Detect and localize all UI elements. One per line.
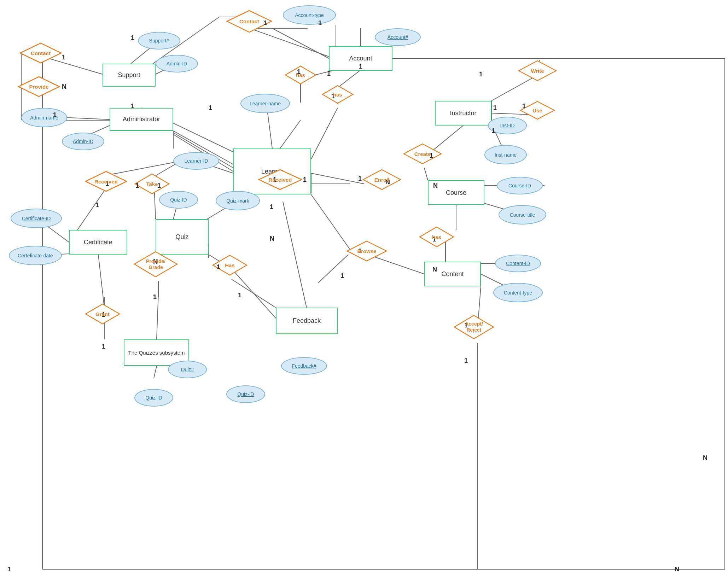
rel-contact-left: Contact [19, 42, 62, 64]
entity-quiz: Quiz [156, 219, 209, 255]
attr-learner-id: Learner-ID [173, 152, 219, 170]
card-24: 1 [95, 202, 99, 209]
card-n2: N [675, 566, 679, 573]
card-7: 1 [131, 103, 134, 110]
svg-line-80 [154, 366, 157, 378]
card-1: 1 [263, 19, 267, 27]
rel-received-right: Received [258, 169, 302, 190]
rel-has-course: has [419, 226, 454, 247]
card-18: N [433, 182, 438, 190]
rel-write: Write [518, 60, 557, 81]
attr-content-id: Content-ID [495, 255, 541, 272]
attr-feedback-hash: Feedback# [281, 357, 327, 375]
card-16: 1 [491, 127, 495, 135]
svg-line-41 [424, 168, 428, 180]
rel-enroll: Enroll [362, 169, 401, 190]
card-22: 1 [135, 182, 139, 190]
card-32: 1 [340, 272, 344, 280]
rel-take: Take [134, 173, 170, 194]
rel-accept-reject: Accept/ Reject [454, 315, 494, 339]
attr-admin-name: Admin-name [21, 108, 67, 127]
attr-account-hash: Account# [375, 28, 421, 46]
attr-support-hash: Support# [138, 32, 180, 49]
svg-line-45 [311, 173, 364, 184]
entity-support: Support [103, 64, 156, 87]
card-38: 1 [102, 343, 105, 350]
attr-course-title: Course-title [499, 205, 546, 225]
rel-browse: Browse [346, 240, 387, 262]
attr-content-type: Content-type [493, 283, 543, 302]
card-4: 1 [62, 54, 65, 61]
attr-quiz-mark: Quiz-mark [216, 191, 260, 210]
card-n1: N [703, 454, 707, 462]
svg-line-8 [272, 28, 329, 58]
entity-content: Content [424, 262, 481, 286]
card-27: 1 [270, 203, 273, 211]
svg-line-77 [98, 255, 104, 308]
rel-provide-grade: Provide/ Grade [134, 251, 178, 278]
rel-grant: Grant [85, 303, 120, 325]
attr-learner-name: Learner-name [240, 94, 290, 113]
attr-certificate-date: Certeficate-date [9, 246, 62, 265]
rel-received-left: Received [85, 171, 127, 192]
card-36: 1 [238, 292, 241, 299]
attr-quiz-id-sub: Quiz-ID [134, 389, 173, 407]
svg-line-26 [311, 108, 338, 159]
card-15: 1 [522, 103, 526, 110]
card-1-bottom: 1 [8, 566, 11, 573]
card-35: 1 [217, 263, 220, 271]
entity-feedback: Feedback [276, 308, 338, 334]
svg-line-63 [283, 202, 307, 308]
attr-certificate-id: Certificate-ID [11, 209, 62, 228]
attr-account-type: Account-type [283, 5, 336, 25]
er-diagram: Account Support Administrator Learner In… [0, 0, 728, 577]
card-12: 1 [359, 63, 362, 70]
card-26: 1 [303, 176, 307, 183]
card-30: N [432, 266, 437, 273]
rel-provide: Provide [18, 76, 60, 97]
entity-administrator: Administrator [110, 108, 173, 131]
attr-quiz-id-sub2: Quiz-ID [226, 385, 265, 403]
card-8: 1 [209, 104, 212, 112]
entity-certificate: Certificate [69, 230, 127, 255]
card-13: 1 [479, 71, 483, 78]
svg-line-78 [157, 293, 158, 339]
attr-admin-id-support: Admin-ID [156, 55, 198, 72]
card-14: 1 [493, 104, 497, 112]
rel-has2: has [322, 85, 354, 104]
rel-create: Create [403, 143, 442, 164]
attr-admin-id: Admin-ID [62, 133, 104, 150]
attr-quiz-hash: Quiz# [168, 361, 207, 378]
entity-instructor: Instructor [435, 101, 491, 126]
card-28: N [270, 235, 274, 243]
card-2: 1 [318, 19, 322, 27]
card-6: 1 [53, 111, 57, 119]
card-20: 1 [358, 175, 362, 182]
attr-inst-name: Inst-name [484, 145, 527, 164]
card-3: 1 [131, 34, 134, 42]
card-5: N [62, 83, 66, 91]
card-40: 1 [464, 357, 468, 365]
card-10: 1 [327, 70, 331, 77]
attr-course-id: Course-ID [497, 177, 543, 194]
card-34: 1 [153, 293, 157, 301]
